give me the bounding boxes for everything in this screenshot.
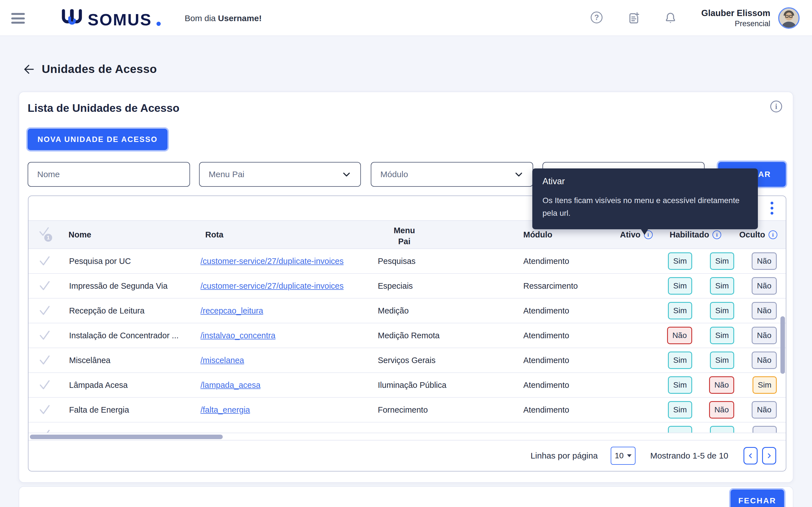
row-check-icon[interactable] <box>29 355 68 366</box>
back-arrow-icon[interactable] <box>22 63 35 75</box>
cell-oculto: Sim <box>734 376 777 394</box>
column-header-menu-pai[interactable]: Menu Pai <box>383 225 425 247</box>
table-row[interactable]: Pesquisa por UC /customer-service/27/dup… <box>29 249 786 274</box>
status-badge: Sim <box>710 277 734 295</box>
cell-oculto: Não <box>734 277 777 295</box>
cell-habilitado <box>692 426 734 433</box>
status-badge: Sim <box>668 401 692 418</box>
caret-down-icon <box>627 454 631 457</box>
status-badge <box>753 426 777 433</box>
card-info-icon[interactable]: i <box>770 101 782 112</box>
cell-ativo: Sim <box>619 252 692 270</box>
cell-oculto: Não <box>734 252 777 270</box>
user-block[interactable]: Glauber Elissom Presencial <box>701 8 770 28</box>
menu-icon[interactable] <box>11 13 25 24</box>
rota-link[interactable]: /lampada_acesa <box>200 381 260 390</box>
column-header-nome[interactable]: Nome <box>68 230 91 239</box>
cell-menu-pai: Medição <box>374 306 515 316</box>
rota-link[interactable]: /instalvao_concentra <box>200 331 275 340</box>
status-badge: Não <box>752 252 777 270</box>
cell-nome: Recepção de Leitura <box>68 306 200 316</box>
cell-menu-pai: Serviços Gerais <box>374 356 515 365</box>
row-check-icon[interactable] <box>29 429 68 433</box>
status-badge: Não <box>709 401 734 418</box>
cell-habilitado: Sim <box>692 252 734 270</box>
previous-page-button[interactable] <box>744 447 758 464</box>
cell-habilitado: Sim <box>692 302 734 320</box>
vertical-scrollbar[interactable] <box>780 316 785 374</box>
table-row-partial[interactable] <box>29 422 786 433</box>
horizontal-scrollbar-thumb[interactable] <box>30 435 223 439</box>
column-header-rota[interactable]: Rota <box>205 230 223 239</box>
status-badge <box>710 426 734 433</box>
cell-nome: Instalação de Concentrador ... <box>68 331 200 340</box>
cell-modulo: Atendimento <box>515 306 619 316</box>
table-row[interactable]: Miscelânea /miscelanea Serviços Gerais A… <box>29 348 786 373</box>
status-badge: Sim <box>668 351 692 369</box>
row-check-icon[interactable] <box>29 379 68 391</box>
tooltip-title: Ativar <box>543 176 748 186</box>
column-header-oculto[interactable]: Oculto i <box>739 230 777 239</box>
nome-filter-input[interactable] <box>28 162 190 187</box>
table-row[interactable]: Impressão de Segunda Via /customer-servi… <box>29 274 786 298</box>
cell-modulo: Atendimento <box>515 257 619 266</box>
status-badge: Sim <box>668 302 692 320</box>
menu-pai-select[interactable]: Menu Pai <box>199 162 361 187</box>
cell-ativo <box>619 426 692 433</box>
table-row[interactable]: Instalação de Concentrador ... /instalva… <box>29 323 786 348</box>
cell-ativo: Sim <box>619 277 692 295</box>
row-check-icon[interactable] <box>29 256 68 267</box>
select-count-badge: 1 <box>44 234 52 242</box>
user-name: Glauber Elissom <box>701 8 770 18</box>
rota-link[interactable]: /customer-service/27/duplicate-invoices <box>200 281 344 290</box>
cell-habilitado: Sim <box>692 351 734 369</box>
select-all-check-icon[interactable]: 1 <box>38 226 50 239</box>
row-check-icon[interactable] <box>29 305 68 316</box>
cell-ativo: Sim <box>619 401 692 418</box>
row-check-icon[interactable] <box>29 404 68 415</box>
bell-icon[interactable] <box>664 11 677 24</box>
avatar[interactable] <box>778 7 800 29</box>
cell-ativo: Sim <box>619 376 692 394</box>
rota-link[interactable]: /falta_energia <box>200 405 250 414</box>
table-row[interactable]: Lâmpada Acesa /lampada_acesa Iluminação … <box>29 373 786 398</box>
next-page-button[interactable] <box>762 447 776 464</box>
note-add-icon[interactable] <box>627 11 640 24</box>
kebab-menu-icon[interactable] <box>765 201 779 215</box>
rota-link[interactable]: /recepcao_leitura <box>200 306 263 315</box>
main-card: Lista de Unidades de Acesso i NOVA UNIDA… <box>18 92 794 483</box>
help-icon[interactable]: ? <box>591 11 604 24</box>
column-header-modulo[interactable]: Módulo <box>523 230 552 239</box>
close-button[interactable]: FECHAR <box>730 490 784 507</box>
status-badge: Não <box>752 327 777 344</box>
cell-ativo: Sim <box>619 302 692 320</box>
status-badge <box>668 426 692 433</box>
cell-oculto: Não <box>734 302 777 320</box>
cell-habilitado: Sim <box>692 327 734 344</box>
status-badge: Sim <box>668 376 692 394</box>
status-badge: Não <box>752 351 777 369</box>
status-badge: Sim <box>710 351 734 369</box>
cell-nome: Lâmpada Acesa <box>68 381 200 390</box>
oculto-info-icon[interactable]: i <box>769 230 777 239</box>
cell-rota: /lampada_acesa <box>200 381 374 390</box>
cell-rota: /customer-service/27/duplicate-invoices <box>200 257 374 266</box>
cell-modulo: Ressarcimento <box>515 281 619 291</box>
horizontal-scrollbar-track[interactable] <box>29 433 786 441</box>
new-access-unit-button[interactable]: NOVA UNIDADE DE ACESSO <box>28 129 167 150</box>
modulo-select[interactable]: Módulo <box>371 162 533 187</box>
somus-logo-mark <box>61 9 83 27</box>
greeting: Bom diaUsername! <box>185 13 262 23</box>
status-badge: Não <box>752 277 777 295</box>
row-check-icon[interactable] <box>29 280 68 291</box>
row-check-icon[interactable] <box>29 330 68 341</box>
rota-link[interactable]: /customer-service/27/duplicate-invoices <box>200 257 344 266</box>
cell-rota: /miscelanea <box>200 356 374 365</box>
cell-modulo: Atendimento <box>515 405 619 414</box>
table-row[interactable]: Falta de Energia /falta_energia Fornecim… <box>29 398 786 422</box>
habilitado-info-icon[interactable]: i <box>712 230 721 239</box>
rows-per-page-select[interactable]: 10 <box>611 447 636 465</box>
column-header-habilitado[interactable]: Habilitado i <box>670 230 721 239</box>
table-row[interactable]: Recepção de Leitura /recepcao_leitura Me… <box>29 298 786 323</box>
rota-link[interactable]: /miscelanea <box>200 356 244 365</box>
